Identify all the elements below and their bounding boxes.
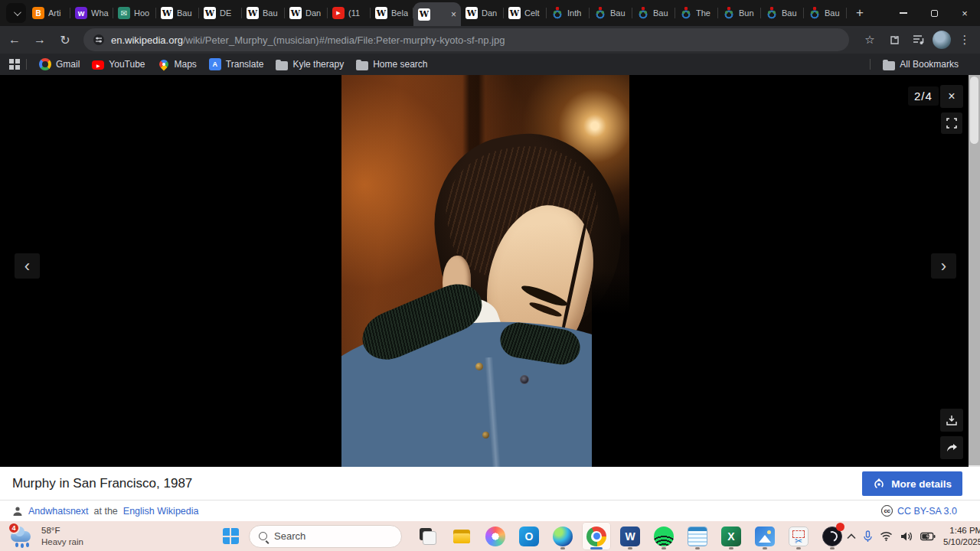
tab[interactable]: Bau <box>156 0 199 26</box>
window-maximize-button[interactable] <box>919 0 949 26</box>
taskbar-clock[interactable]: 1:46 PM 5/10/2025 <box>943 525 980 548</box>
extensions-icon[interactable] <box>884 29 905 51</box>
media-controls-icon[interactable] <box>908 29 929 51</box>
spotify-icon <box>654 527 674 546</box>
browser-menu-icon[interactable]: ⋮ <box>954 29 975 51</box>
taskbar-search[interactable]: Search <box>249 525 402 548</box>
bookmark-youtube[interactable]: YouTube <box>86 56 151 73</box>
taskbar-app-word[interactable] <box>616 522 645 550</box>
tab[interactable]: Wha <box>70 0 113 26</box>
tab[interactable]: Bun <box>718 0 761 26</box>
folder-icon <box>276 61 288 70</box>
tab[interactable]: Bau <box>761 0 804 26</box>
taskbar-app-edge[interactable] <box>548 522 577 550</box>
tab[interactable]: The <box>675 0 718 26</box>
tab-label: Arti <box>48 8 61 18</box>
apps-grid-icon[interactable] <box>9 59 20 70</box>
all-bookmarks-label: All Bookmarks <box>900 59 959 70</box>
new-tab-button[interactable]: + <box>850 3 870 23</box>
tab[interactable]: Dan <box>461 0 504 26</box>
toolbar-actions: ☆ ⋮ <box>859 29 975 51</box>
tab[interactable]: Bau <box>242 0 285 26</box>
profile-avatar[interactable] <box>933 31 951 49</box>
site-info-icon[interactable] <box>93 34 105 46</box>
tab[interactable]: Arti <box>28 0 70 26</box>
portrait-photo[interactable] <box>341 75 629 467</box>
cc-icon: cc <box>881 505 893 517</box>
tab[interactable]: Inth <box>547 0 590 26</box>
address-bar[interactable]: en.wikipedia.org/wiki/Peter_Murphy_(musi… <box>83 28 849 51</box>
taskbar-app-chrome[interactable] <box>582 522 611 550</box>
bookmark-home-search[interactable]: Home search <box>350 56 433 73</box>
microphone-icon[interactable] <box>864 530 872 543</box>
taskbar-app-notepad[interactable] <box>683 522 712 550</box>
minimize-icon <box>900 12 907 13</box>
tab[interactable]: Bau <box>804 0 847 26</box>
more-details-button[interactable]: More details <box>862 471 962 496</box>
taskbar-app-obs[interactable] <box>818 522 847 550</box>
file-explorer-icon <box>452 527 472 546</box>
window-minimize-button[interactable] <box>888 0 919 26</box>
next-image-button[interactable]: › <box>931 253 956 279</box>
viewer-close-button[interactable]: × <box>940 85 963 108</box>
tab-list: ArtiWhaHooBauDEBauDan(11Bela×DanCeltInth… <box>28 0 847 26</box>
taskbar-app-file-explorer[interactable] <box>447 522 476 550</box>
taskbar-app-spotify[interactable] <box>649 522 678 550</box>
license-link[interactable]: CC BY-SA 3.0 <box>897 506 957 517</box>
tab-active[interactable]: × <box>413 2 461 26</box>
tab-search-button[interactable] <box>6 3 26 23</box>
taskbar-app-task-view[interactable] <box>413 522 443 550</box>
battery-charging-icon[interactable] <box>920 532 936 541</box>
download-button[interactable] <box>940 409 963 432</box>
system-tray: 1:46 PM 5/10/2025 <box>847 525 980 548</box>
bookmark-gmail[interactable]: Gmail <box>33 56 86 73</box>
commons-favicon <box>808 7 821 19</box>
bookmark-translate[interactable]: Translate <box>203 56 270 73</box>
weather-widget[interactable]: 4 58°F Heavy rain <box>11 525 217 547</box>
wikipedia-favicon <box>508 7 521 19</box>
window-controls: × <box>888 0 980 26</box>
scrollbar-thumb[interactable] <box>970 77 978 144</box>
tab-close-icon[interactable]: × <box>451 9 456 20</box>
purple-w-favicon <box>75 7 87 19</box>
wikipedia-favicon <box>204 7 216 19</box>
all-bookmarks[interactable]: All Bookmarks <box>864 56 965 73</box>
share-button[interactable] <box>940 436 963 459</box>
tab[interactable]: Celt <box>504 0 547 26</box>
taskbar-app-photos[interactable] <box>750 522 779 550</box>
tab[interactable]: Hoo <box>113 0 156 26</box>
tray-chevron-up-icon[interactable] <box>847 533 856 540</box>
page-scrollbar[interactable] <box>969 75 980 521</box>
license-info[interactable]: cc CC BY-SA 3.0 <box>881 505 957 517</box>
previous-image-button[interactable]: ‹ <box>15 253 40 279</box>
back-button[interactable]: ← <box>4 29 25 51</box>
desktop-screen: ArtiWhaHooBauDEBauDan(11Bela×DanCeltInth… <box>0 0 980 551</box>
tab[interactable]: (11 <box>328 0 371 26</box>
tab-label: Bela <box>391 8 408 18</box>
commons-favicon <box>766 7 778 19</box>
bookmark-kyle-therapy[interactable]: Kyle therapy <box>270 56 350 73</box>
start-button[interactable] <box>217 523 243 549</box>
taskbar-app-outlook[interactable] <box>514 522 544 550</box>
taskbar-apps <box>413 522 847 550</box>
taskbar-app-excel[interactable] <box>717 522 746 550</box>
tab[interactable]: Dan <box>285 0 328 26</box>
tab[interactable]: Bela <box>371 0 413 26</box>
wikipedia-favicon <box>247 7 259 19</box>
blogger-favicon <box>32 7 44 19</box>
author-link[interactable]: Andwhatsnext <box>28 506 89 517</box>
volume-icon[interactable] <box>900 531 913 542</box>
fullscreen-button[interactable] <box>941 112 962 134</box>
bookmark-star-icon[interactable]: ☆ <box>859 29 880 51</box>
forward-button[interactable]: → <box>29 29 51 51</box>
tab[interactable]: Bau <box>590 0 632 26</box>
author-site-link[interactable]: English Wikipedia <box>123 506 199 517</box>
taskbar-app-copilot[interactable] <box>481 522 510 550</box>
bookmark-maps[interactable]: Maps <box>152 56 203 73</box>
tab[interactable]: Bau <box>632 0 675 26</box>
taskbar-app-snipping-tool[interactable] <box>784 522 813 550</box>
reload-button[interactable]: ↻ <box>54 29 76 51</box>
window-close-button[interactable]: × <box>949 0 980 26</box>
wifi-icon[interactable] <box>880 531 893 541</box>
tab[interactable]: DE <box>199 0 242 26</box>
